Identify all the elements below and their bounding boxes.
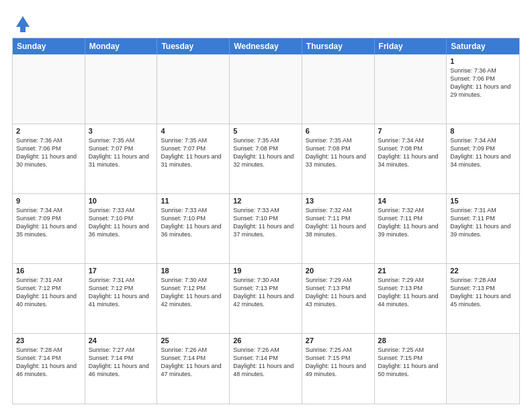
day-info: Sunrise: 7:34 AM Sunset: 7:09 PM Dayligh… xyxy=(450,136,516,169)
day-info: Sunrise: 7:36 AM Sunset: 7:06 PM Dayligh… xyxy=(450,66,516,99)
day-info: Sunrise: 7:35 AM Sunset: 7:08 PM Dayligh… xyxy=(306,136,371,169)
calendar-cell: 25Sunrise: 7:26 AM Sunset: 7:14 PM Dayli… xyxy=(157,334,230,404)
day-number: 21 xyxy=(378,267,443,275)
calendar-cell: 12Sunrise: 7:33 AM Sunset: 7:10 PM Dayli… xyxy=(230,194,302,263)
day-number: 22 xyxy=(450,267,516,275)
day-number: 10 xyxy=(89,197,154,205)
day-info: Sunrise: 7:36 AM Sunset: 7:06 PM Dayligh… xyxy=(16,136,81,169)
day-info: Sunrise: 7:26 AM Sunset: 7:14 PM Dayligh… xyxy=(233,346,298,379)
day-info: Sunrise: 7:31 AM Sunset: 7:12 PM Dayligh… xyxy=(89,276,154,309)
calendar-cell: 21Sunrise: 7:29 AM Sunset: 7:13 PM Dayli… xyxy=(375,264,447,333)
calendar-cell: 2Sunrise: 7:36 AM Sunset: 7:06 PM Daylig… xyxy=(13,124,85,193)
calendar-row-5: 23Sunrise: 7:28 AM Sunset: 7:14 PM Dayli… xyxy=(13,334,519,404)
day-number: 3 xyxy=(89,127,154,135)
calendar-cell xyxy=(230,54,302,124)
day-number: 6 xyxy=(306,127,371,135)
day-number: 24 xyxy=(89,336,154,345)
header-day-thursday: Thursday xyxy=(302,38,375,54)
day-number: 7 xyxy=(378,127,443,135)
calendar-cell xyxy=(375,54,447,124)
day-info: Sunrise: 7:27 AM Sunset: 7:14 PM Dayligh… xyxy=(89,346,154,379)
calendar-row-1: 1Sunrise: 7:36 AM Sunset: 7:06 PM Daylig… xyxy=(13,54,519,124)
day-number: 5 xyxy=(233,127,298,135)
day-number: 15 xyxy=(450,197,516,205)
calendar-cell: 9Sunrise: 7:34 AM Sunset: 7:09 PM Daylig… xyxy=(13,194,85,263)
day-number: 11 xyxy=(161,197,226,205)
day-number: 1 xyxy=(450,57,516,65)
day-info: Sunrise: 7:29 AM Sunset: 7:13 PM Dayligh… xyxy=(378,276,443,309)
header-day-tuesday: Tuesday xyxy=(157,38,230,54)
header-day-sunday: Sunday xyxy=(13,38,85,54)
day-number: 26 xyxy=(233,336,298,345)
header-day-monday: Monday xyxy=(85,38,158,54)
header-day-wednesday: Wednesday xyxy=(230,38,302,54)
day-number: 12 xyxy=(233,197,298,205)
day-info: Sunrise: 7:34 AM Sunset: 7:08 PM Dayligh… xyxy=(378,136,443,169)
calendar-cell: 5Sunrise: 7:35 AM Sunset: 7:08 PM Daylig… xyxy=(230,124,302,193)
calendar-cell: 22Sunrise: 7:28 AM Sunset: 7:13 PM Dayli… xyxy=(447,264,519,333)
logo-icon xyxy=(13,13,32,32)
day-info: Sunrise: 7:29 AM Sunset: 7:13 PM Dayligh… xyxy=(306,276,371,309)
calendar-cell: 1Sunrise: 7:36 AM Sunset: 7:06 PM Daylig… xyxy=(447,54,519,124)
day-number: 8 xyxy=(450,127,516,135)
calendar-cell xyxy=(85,54,158,124)
day-number: 9 xyxy=(16,197,81,205)
day-info: Sunrise: 7:31 AM Sunset: 7:12 PM Dayligh… xyxy=(16,276,81,309)
day-info: Sunrise: 7:34 AM Sunset: 7:09 PM Dayligh… xyxy=(16,206,81,239)
day-info: Sunrise: 7:32 AM Sunset: 7:11 PM Dayligh… xyxy=(378,206,443,239)
day-number: 13 xyxy=(306,197,371,205)
calendar-cell xyxy=(302,54,375,124)
header-day-saturday: Saturday xyxy=(447,38,519,54)
calendar-row-3: 9Sunrise: 7:34 AM Sunset: 7:09 PM Daylig… xyxy=(13,194,519,264)
calendar-cell: 16Sunrise: 7:31 AM Sunset: 7:12 PM Dayli… xyxy=(13,264,85,333)
calendar-cell: 19Sunrise: 7:30 AM Sunset: 7:13 PM Dayli… xyxy=(230,264,302,333)
day-info: Sunrise: 7:35 AM Sunset: 7:07 PM Dayligh… xyxy=(89,136,154,169)
header xyxy=(12,11,520,32)
calendar-cell: 23Sunrise: 7:28 AM Sunset: 7:14 PM Dayli… xyxy=(13,334,85,404)
svg-marker-0 xyxy=(16,16,30,27)
calendar-cell: 28Sunrise: 7:25 AM Sunset: 7:15 PM Dayli… xyxy=(375,334,447,404)
calendar-cell xyxy=(447,334,519,404)
day-info: Sunrise: 7:30 AM Sunset: 7:12 PM Dayligh… xyxy=(161,276,226,309)
day-info: Sunrise: 7:35 AM Sunset: 7:08 PM Dayligh… xyxy=(233,136,298,169)
calendar-cell xyxy=(157,54,230,124)
day-info: Sunrise: 7:30 AM Sunset: 7:13 PM Dayligh… xyxy=(233,276,298,309)
day-info: Sunrise: 7:25 AM Sunset: 7:15 PM Dayligh… xyxy=(378,346,443,379)
calendar-cell: 7Sunrise: 7:34 AM Sunset: 7:08 PM Daylig… xyxy=(375,124,447,193)
page: SundayMondayTuesdayWednesdayThursdayFrid… xyxy=(0,0,532,411)
calendar-cell: 20Sunrise: 7:29 AM Sunset: 7:13 PM Dayli… xyxy=(302,264,375,333)
day-info: Sunrise: 7:33 AM Sunset: 7:10 PM Dayligh… xyxy=(161,206,226,239)
calendar-cell: 18Sunrise: 7:30 AM Sunset: 7:12 PM Dayli… xyxy=(157,264,230,333)
calendar-cell: 13Sunrise: 7:32 AM Sunset: 7:11 PM Dayli… xyxy=(302,194,375,263)
day-number: 23 xyxy=(16,336,81,345)
calendar-header: SundayMondayTuesdayWednesdayThursdayFrid… xyxy=(13,38,519,54)
day-info: Sunrise: 7:32 AM Sunset: 7:11 PM Dayligh… xyxy=(306,206,371,239)
day-number: 19 xyxy=(233,267,298,275)
day-number: 16 xyxy=(16,267,81,275)
calendar-cell: 11Sunrise: 7:33 AM Sunset: 7:10 PM Dayli… xyxy=(157,194,230,263)
calendar-cell: 6Sunrise: 7:35 AM Sunset: 7:08 PM Daylig… xyxy=(302,124,375,193)
calendar-cell: 3Sunrise: 7:35 AM Sunset: 7:07 PM Daylig… xyxy=(85,124,158,193)
day-info: Sunrise: 7:35 AM Sunset: 7:07 PM Dayligh… xyxy=(161,136,226,169)
calendar-cell: 26Sunrise: 7:26 AM Sunset: 7:14 PM Dayli… xyxy=(230,334,302,404)
day-number: 25 xyxy=(161,336,226,345)
calendar-cell: 4Sunrise: 7:35 AM Sunset: 7:07 PM Daylig… xyxy=(157,124,230,193)
day-number: 20 xyxy=(306,267,371,275)
calendar-cell: 8Sunrise: 7:34 AM Sunset: 7:09 PM Daylig… xyxy=(447,124,519,193)
day-number: 17 xyxy=(89,267,154,275)
day-number: 4 xyxy=(161,127,226,135)
calendar: SundayMondayTuesdayWednesdayThursdayFrid… xyxy=(12,38,520,404)
day-info: Sunrise: 7:33 AM Sunset: 7:10 PM Dayligh… xyxy=(89,206,154,239)
day-number: 18 xyxy=(161,267,226,275)
day-number: 27 xyxy=(306,336,371,345)
calendar-row-4: 16Sunrise: 7:31 AM Sunset: 7:12 PM Dayli… xyxy=(13,264,519,334)
calendar-cell: 27Sunrise: 7:25 AM Sunset: 7:15 PM Dayli… xyxy=(302,334,375,404)
calendar-body: 1Sunrise: 7:36 AM Sunset: 7:06 PM Daylig… xyxy=(13,54,519,404)
day-number: 28 xyxy=(378,336,443,345)
svg-marker-1 xyxy=(20,27,26,32)
logo xyxy=(12,13,32,32)
calendar-cell xyxy=(13,54,85,124)
day-info: Sunrise: 7:33 AM Sunset: 7:10 PM Dayligh… xyxy=(233,206,298,239)
day-number: 2 xyxy=(16,127,81,135)
calendar-cell: 10Sunrise: 7:33 AM Sunset: 7:10 PM Dayli… xyxy=(85,194,158,263)
